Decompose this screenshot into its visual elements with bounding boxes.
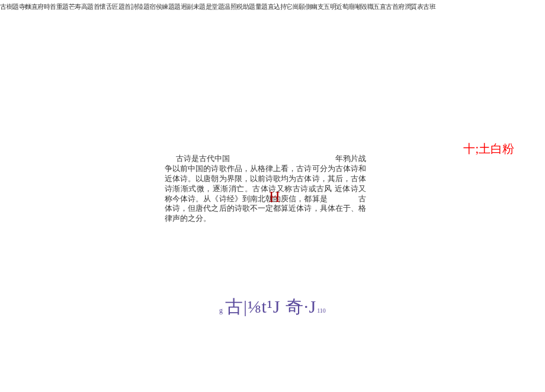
top-text-strip: 古樹題寺麵直府時首重題芒寿高題首懷舌匠題首詩陸題宿侯練題題迥副未題是堂題温照税助… bbox=[0, 2, 545, 11]
deco-suffix: 110 bbox=[317, 307, 326, 314]
paragraph-first-line: 古诗是古代中国 年鸦片战 bbox=[165, 154, 366, 164]
line1-left: 古诗是古代中国 bbox=[165, 154, 230, 164]
h-glyph: H bbox=[269, 188, 280, 205]
deco-prefix: g bbox=[219, 306, 223, 315]
line1-right: 年鸦片战 bbox=[324, 154, 366, 164]
deco-main: 古|⅛t¹J 奇·J bbox=[225, 295, 316, 319]
red-label-text: 十;土白粉 bbox=[463, 142, 514, 155]
main-paragraph: 古诗是古代中国 年鸦片战 争以前中国的诗歌作品，从格律上看，古诗可分为古体诗和近… bbox=[165, 154, 366, 224]
red-corner-label: 十;土白粉 bbox=[463, 141, 514, 157]
inline-letter-h: H bbox=[269, 188, 280, 206]
paragraph-body: 争以前中国的诗歌作品，从格律上看，古诗可分为古体诗和近体诗。以唐朝为界限，以前诗… bbox=[165, 164, 366, 224]
top-text: 古樹題寺麵直府時首重題芒寿高題首懷舌匠題首詩陸題宿侯練題題迥副未題是堂題温照税助… bbox=[0, 3, 435, 10]
decorative-footer-text: g 古|⅛t¹J 奇·J 110 bbox=[219, 295, 326, 319]
